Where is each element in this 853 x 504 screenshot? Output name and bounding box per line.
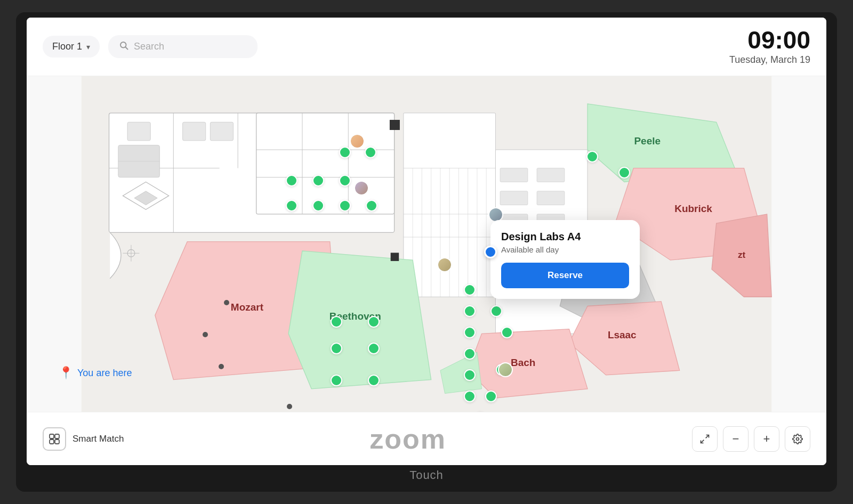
floor-plan-svg: Peele Kubrick zt Keneth Lsaac xyxy=(27,76,826,412)
you-are-here-label: You are here xyxy=(77,368,132,379)
desk-dot[interactable] xyxy=(368,343,380,354)
svg-rect-73 xyxy=(55,440,59,444)
svg-rect-10 xyxy=(210,122,233,141)
svg-rect-9 xyxy=(183,122,206,141)
svg-line-74 xyxy=(706,435,709,438)
svg-point-0 xyxy=(120,42,126,48)
svg-rect-36 xyxy=(500,191,528,205)
desk-dot[interactable] xyxy=(464,369,476,381)
svg-rect-70 xyxy=(50,434,54,438)
chevron-down-icon: ▾ xyxy=(86,43,90,51)
desk-dot[interactable] xyxy=(618,167,630,178)
date: Tuesday, March 19 xyxy=(729,54,810,66)
you-are-here: 📍 You are here xyxy=(59,366,132,380)
zoom-logo: zoom xyxy=(369,423,446,455)
svg-text:Kubrick: Kubrick xyxy=(674,203,712,214)
desk-dot[interactable] xyxy=(464,327,476,338)
search-icon xyxy=(119,40,128,53)
desk-dot[interactable] xyxy=(312,175,324,186)
desk-dot[interactable] xyxy=(339,200,351,212)
svg-rect-71 xyxy=(55,434,59,438)
plus-icon: + xyxy=(763,432,770,446)
svg-rect-20 xyxy=(390,120,400,130)
desk-dot[interactable] xyxy=(339,175,351,186)
header: Floor 1 ▾ 09:00 Tuesday, March 19 xyxy=(27,18,826,76)
svg-text:Lsaac: Lsaac xyxy=(608,329,637,340)
smart-match-icon xyxy=(43,427,66,451)
person-avatar xyxy=(498,362,513,377)
map-controls: − + xyxy=(692,426,810,452)
fullscreen-button[interactable] xyxy=(692,426,718,452)
desk-dot[interactable] xyxy=(368,375,380,386)
desk-dot[interactable] xyxy=(339,147,351,158)
svg-rect-41 xyxy=(537,168,565,182)
desk-dot[interactable] xyxy=(365,147,376,158)
svg-rect-64 xyxy=(391,253,399,261)
search-bar[interactable] xyxy=(108,35,257,58)
bottom-bar: Smart Match zoom − + xyxy=(27,412,826,465)
smart-match[interactable]: Smart Match xyxy=(43,427,124,451)
desk-dot[interactable] xyxy=(368,316,380,328)
minus-icon: − xyxy=(733,432,739,446)
svg-rect-15 xyxy=(256,113,395,214)
desk-dot[interactable] xyxy=(286,200,297,212)
map-area[interactable]: Peele Kubrick zt Keneth Lsaac xyxy=(27,76,826,412)
zoom-in-button[interactable]: + xyxy=(754,426,779,452)
desk-dot[interactable] xyxy=(464,348,476,360)
svg-text:zt: zt xyxy=(738,249,746,260)
occupied-dot xyxy=(287,404,292,409)
touch-label: Touch xyxy=(409,468,444,482)
svg-text:Peele: Peele xyxy=(634,135,661,147)
svg-rect-66 xyxy=(516,161,525,169)
svg-text:Bach: Bach xyxy=(511,357,535,368)
desk-dot[interactable] xyxy=(586,151,598,162)
time-display: 09:00 Tuesday, March 19 xyxy=(729,28,810,66)
svg-point-76 xyxy=(796,437,799,440)
desk-dot[interactable] xyxy=(331,343,342,354)
person-avatar xyxy=(437,257,452,272)
smart-match-label: Smart Match xyxy=(73,434,124,444)
zoom-out-button[interactable]: − xyxy=(723,426,749,452)
popup-room-name: Design Labs A4 xyxy=(501,231,629,243)
search-input[interactable] xyxy=(134,41,247,52)
svg-line-1 xyxy=(126,47,128,50)
svg-line-75 xyxy=(701,440,704,443)
desk-dot[interactable] xyxy=(464,391,476,402)
person-avatar xyxy=(350,134,365,149)
desk-dot[interactable] xyxy=(331,316,342,328)
desk-dot[interactable] xyxy=(286,175,297,186)
occupied-dot xyxy=(203,332,208,337)
reserve-button[interactable]: Reserve xyxy=(501,263,629,288)
desk-dot[interactable] xyxy=(312,200,324,212)
popup-availability: Available all day xyxy=(501,245,629,254)
occupied-dot xyxy=(224,300,229,305)
floor-label: Floor 1 xyxy=(52,41,82,52)
person-avatar xyxy=(354,181,369,196)
svg-rect-35 xyxy=(500,168,528,182)
desk-dot[interactable] xyxy=(464,305,476,317)
desk-dot[interactable] xyxy=(490,305,502,317)
svg-rect-42 xyxy=(537,191,565,205)
desk-dot[interactable] xyxy=(464,284,476,296)
room-popup: Design Labs A4 Available all day Reserve xyxy=(490,220,640,299)
svg-rect-8 xyxy=(127,122,150,141)
desk-dot[interactable] xyxy=(501,327,513,338)
occupied-dot xyxy=(219,364,224,369)
floor-selector[interactable]: Floor 1 ▾ xyxy=(43,36,100,58)
svg-text:Mozart: Mozart xyxy=(231,302,264,313)
clock: 09:00 xyxy=(729,28,810,52)
location-pin-icon: 📍 xyxy=(59,366,73,380)
svg-rect-72 xyxy=(50,440,54,444)
desk-dot[interactable] xyxy=(485,391,497,402)
desk-dot[interactable] xyxy=(366,200,377,212)
desk-dot[interactable] xyxy=(331,375,342,386)
selected-room-indicator xyxy=(484,246,497,258)
settings-button[interactable] xyxy=(785,426,810,452)
